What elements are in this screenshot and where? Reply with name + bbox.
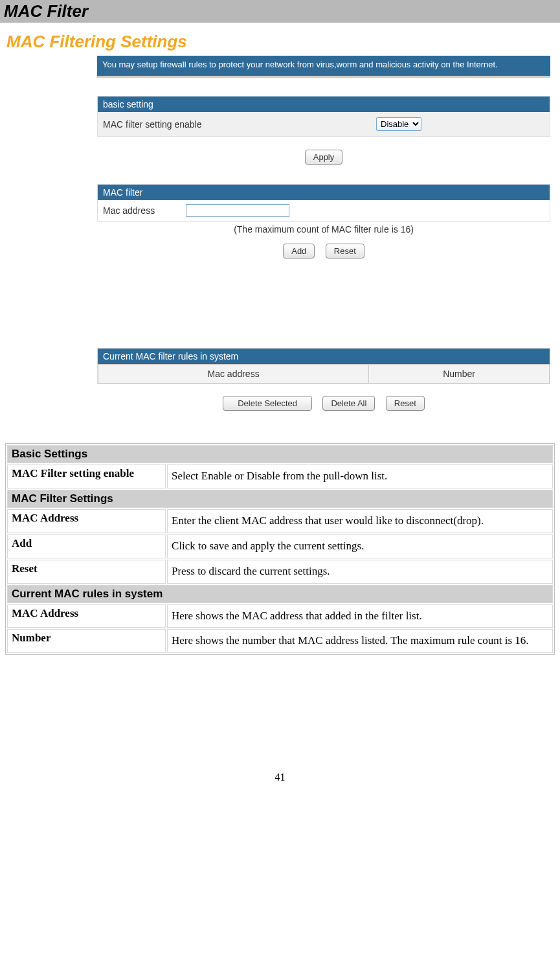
doc-term-reset: Reset xyxy=(7,560,166,584)
delete-selected-button[interactable]: Delete Selected xyxy=(223,396,312,411)
delete-all-button[interactable]: Delete All xyxy=(322,396,375,411)
documentation-table: Basic Settings MAC Filter setting enable… xyxy=(5,443,555,655)
doc-desc-enable: Select Enable or Disable from the pull-d… xyxy=(167,465,553,488)
rules-table-header-row: Mac address Number xyxy=(98,365,550,384)
rules-reset-button[interactable]: Reset xyxy=(386,396,425,411)
embedded-settings-panel: You may setup firewall rules to protect … xyxy=(97,56,550,437)
rules-col-mac: Mac address xyxy=(98,365,369,384)
basic-setting-section: basic setting MAC filter setting enable … xyxy=(97,96,550,137)
apply-button[interactable]: Apply xyxy=(305,150,343,165)
doc-term-enable: MAC Filter setting enable xyxy=(7,465,166,488)
page-title: MAC Filter xyxy=(4,1,556,21)
current-rules-section: Current MAC filter rules in system Mac a… xyxy=(97,348,550,384)
settings-heading: MAC Filtering Settings xyxy=(0,23,560,56)
mac-filter-enable-select[interactable]: Disable xyxy=(376,117,421,131)
max-rule-note: (The maximum count of MAC filter rule is… xyxy=(97,222,550,237)
doc-section-basic: Basic Settings xyxy=(7,445,553,463)
doc-desc-number: Here shows the number that MAC address l… xyxy=(167,629,553,653)
mac-address-label: Mac address xyxy=(98,200,182,221)
doc-term-mac: MAC Address xyxy=(7,509,166,533)
mac-address-input-row: Mac address xyxy=(98,200,550,221)
mac-filter-header: MAC filter xyxy=(98,185,550,200)
basic-setting-header: basic setting xyxy=(98,97,550,112)
mac-address-input[interactable] xyxy=(186,204,289,217)
mac-filter-enable-row: MAC filter setting enable Disable xyxy=(98,112,550,136)
page-title-bar: MAC Filter xyxy=(0,0,560,23)
doc-term-number: Number xyxy=(7,629,166,653)
doc-term-add: Add xyxy=(7,534,166,558)
current-rules-header: Current MAC filter rules in system xyxy=(98,349,550,364)
doc-term-mac2: MAC Address xyxy=(7,604,166,628)
mac-filter-enable-label: MAC filter setting enable xyxy=(103,119,376,130)
doc-desc-reset: Press to discard the current settings. xyxy=(167,560,553,584)
doc-desc-mac2: Here shows the MAC address that added in… xyxy=(167,604,553,628)
doc-section-filter: MAC Filter Settings xyxy=(7,490,553,508)
rules-table: Mac address Number xyxy=(98,364,550,384)
reset-button[interactable]: Reset xyxy=(326,244,364,258)
page-number: 41 xyxy=(0,655,560,796)
mac-filter-section: MAC filter Mac address xyxy=(97,184,550,222)
rules-col-number: Number xyxy=(369,365,550,384)
doc-section-current: Current MAC rules in system xyxy=(7,585,553,603)
doc-desc-mac: Enter the client MAC address that user w… xyxy=(167,509,553,533)
add-button[interactable]: Add xyxy=(283,244,315,258)
doc-desc-add: Click to save and apply the current sett… xyxy=(167,534,553,558)
intro-banner: You may setup firewall rules to protect … xyxy=(97,56,550,78)
